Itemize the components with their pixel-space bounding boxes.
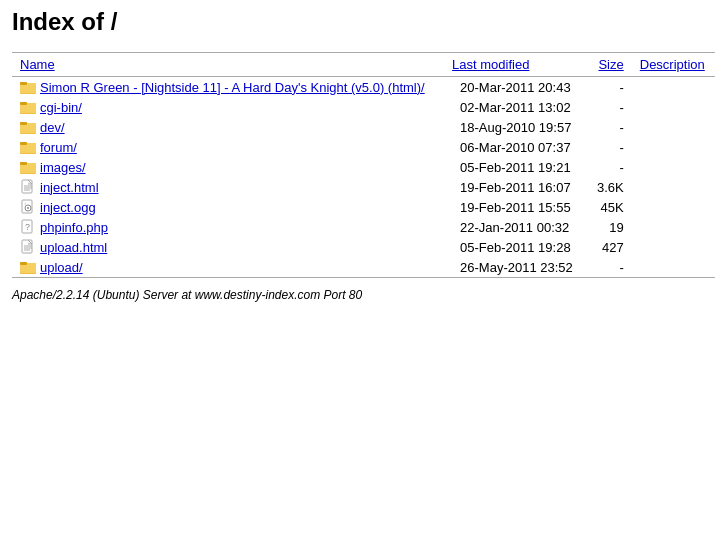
file-name-cell: inject.html [12,177,444,197]
file-description [632,97,715,117]
file-size: - [588,77,632,98]
name-sort-link[interactable]: Name [20,57,55,72]
file-name-cell: images/ [12,157,444,177]
table-header-row: Name Last modified Size Description [12,53,715,77]
table-row: ♪ inject.ogg19-Feb-2011 15:5545K [12,197,715,217]
file-modified: 18-Aug-2010 19:57 [444,117,588,137]
file-name-cell: cgi-bin/ [12,97,444,117]
table-row: cgi-bin/02-Mar-2011 13:02- [12,97,715,117]
folder-icon [20,119,36,135]
file-description [632,157,715,177]
file-description [632,117,715,137]
folder-icon [20,259,36,275]
folder-icon [20,139,36,155]
modified-sort-link[interactable]: Last modified [452,57,529,72]
file-link[interactable]: forum/ [40,140,77,155]
file-description [632,177,715,197]
file-name-cell: dev/ [12,117,444,137]
file-link[interactable]: phpinfo.php [40,220,108,235]
table-row: forum/06-Mar-2010 07:37- [12,137,715,157]
folder-icon [20,159,36,175]
table-row: upload.html05-Feb-2011 19:28427 [12,237,715,257]
file-name-cell: upload.html [12,237,444,257]
file-modified: 26-May-2011 23:52 [444,257,588,278]
file-name-cell: upload/ [12,257,444,278]
file-size: - [588,97,632,117]
file-size: - [588,117,632,137]
file-link[interactable]: upload.html [40,240,107,255]
file-description [632,237,715,257]
file-link[interactable]: Simon R Green - [Nightside 11] - A Hard … [40,80,425,95]
file-link[interactable]: inject.html [40,180,99,195]
unknown-icon: ? [20,219,36,235]
table-row: upload/26-May-2011 23:52- [12,257,715,278]
svg-rect-15 [20,142,27,145]
svg-text:?: ? [25,222,30,232]
header-description[interactable]: Description [632,53,715,77]
file-size: 19 [588,217,632,237]
file-description [632,137,715,157]
header-last-modified[interactable]: Last modified [444,53,588,77]
header-name[interactable]: Name [12,53,444,77]
file-size: 3.6K [588,177,632,197]
file-name-cell: Simon R Green - [Nightside 11] - A Hard … [12,77,444,98]
file-name-cell: ♪ inject.ogg [12,197,444,217]
audio-icon: ♪ [20,199,36,215]
file-link[interactable]: cgi-bin/ [40,100,82,115]
svg-rect-37 [20,262,27,265]
svg-rect-11 [20,122,27,125]
folder-icon [20,99,36,115]
file-size: 45K [588,197,632,217]
table-row: inject.html19-Feb-2011 16:073.6K [12,177,715,197]
file-size: - [588,137,632,157]
server-info: Apache/2.2.14 (Ubuntu) Server at www.des… [12,288,715,302]
table-row: images/05-Feb-2011 19:21- [12,157,715,177]
file-description [632,217,715,237]
header-size[interactable]: Size [588,53,632,77]
page-title: Index of / [12,8,715,36]
file-icon [20,179,36,195]
file-size: 427 [588,237,632,257]
file-modified: 05-Feb-2011 19:28 [444,237,588,257]
file-modified: 19-Feb-2011 16:07 [444,177,588,197]
file-name-cell: ? phpinfo.php [12,217,444,237]
file-description [632,77,715,98]
svg-rect-19 [20,162,27,165]
file-modified: 22-Jan-2011 00:32 [444,217,588,237]
file-link[interactable]: images/ [40,160,86,175]
file-name-cell: forum/ [12,137,444,157]
file-link[interactable]: dev/ [40,120,65,135]
size-sort-link[interactable]: Size [598,57,623,72]
file-listing-table: Name Last modified Size Description Simo… [12,52,715,278]
table-row: dev/18-Aug-2010 19:57- [12,117,715,137]
table-row: ? phpinfo.php22-Jan-2011 00:3219 [12,217,715,237]
file-icon [20,239,36,255]
folder-icon [20,79,36,95]
file-modified: 02-Mar-2011 13:02 [444,97,588,117]
file-link[interactable]: upload/ [40,260,83,275]
svg-rect-3 [20,82,27,85]
svg-point-26 [27,207,29,209]
desc-sort-link[interactable]: Description [640,57,705,72]
file-modified: 05-Feb-2011 19:21 [444,157,588,177]
file-link[interactable]: inject.ogg [40,200,96,215]
file-modified: 19-Feb-2011 15:55 [444,197,588,217]
svg-text:♪: ♪ [24,201,26,206]
file-modified: 06-Mar-2010 07:37 [444,137,588,157]
file-size: - [588,157,632,177]
file-description [632,257,715,278]
svg-rect-7 [20,102,27,105]
file-modified: 20-Mar-2011 20:43 [444,77,588,98]
table-row: Simon R Green - [Nightside 11] - A Hard … [12,77,715,98]
file-description [632,197,715,217]
file-size: - [588,257,632,278]
